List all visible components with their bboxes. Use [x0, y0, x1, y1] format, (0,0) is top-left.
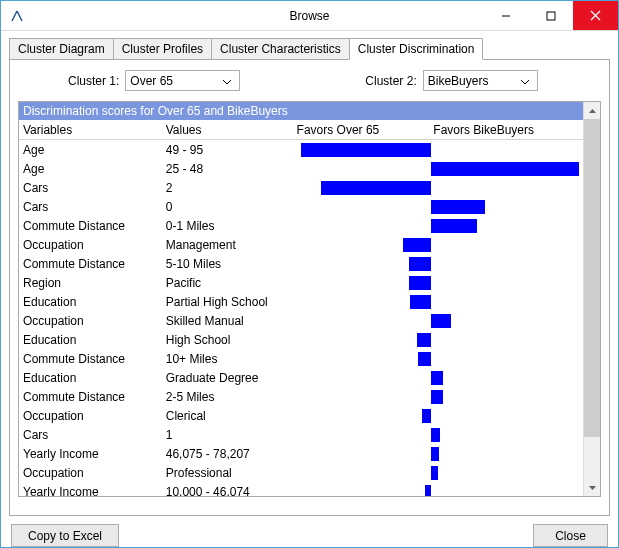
discrimination-bar	[417, 333, 431, 347]
cluster2-value: BikeBuyers	[428, 74, 489, 88]
table-row[interactable]: Age49 - 95	[19, 140, 583, 159]
cell-value: 10,000 - 46,074	[166, 485, 295, 497]
table-row[interactable]: Yearly Income46,075 - 78,207	[19, 444, 583, 463]
cell-variable: Commute Distance	[19, 390, 166, 404]
table-row[interactable]: EducationGraduate Degree	[19, 368, 583, 387]
cell-variable: Cars	[19, 428, 166, 442]
close-button[interactable]: Close	[533, 524, 608, 547]
cluster1-label: Cluster 1:	[68, 74, 119, 88]
table-row[interactable]: Yearly Income10,000 - 46,074	[19, 482, 583, 496]
cell-variable: Education	[19, 371, 166, 385]
cell-favors2	[431, 200, 583, 214]
header-favors1: Favors Over 65	[295, 123, 432, 137]
scroll-down-button[interactable]	[584, 479, 600, 496]
cell-favors2	[431, 390, 583, 404]
table-row[interactable]: RegionPacific	[19, 273, 583, 292]
discrimination-bar	[431, 200, 485, 214]
table-row[interactable]: EducationHigh School	[19, 330, 583, 349]
table-row[interactable]: Cars1	[19, 425, 583, 444]
copy-to-excel-button[interactable]: Copy to Excel	[11, 524, 119, 547]
table-row[interactable]: OccupationSkilled Manual	[19, 311, 583, 330]
table-row[interactable]: OccupationManagement	[19, 235, 583, 254]
cell-value: 0-1 Miles	[166, 219, 295, 233]
cell-variable: Cars	[19, 181, 166, 195]
tab-cluster-diagram[interactable]: Cluster Diagram	[9, 38, 114, 59]
cell-variable: Commute Distance	[19, 219, 166, 233]
cell-value: 46,075 - 78,207	[166, 447, 295, 461]
cell-value: Professional	[166, 466, 295, 480]
discrimination-bar	[431, 314, 451, 328]
cell-variable: Occupation	[19, 314, 166, 328]
table-body: Age49 - 95Age25 - 48Cars2Cars0Commute Di…	[19, 140, 583, 496]
cell-favors1	[295, 257, 432, 271]
cell-favors2	[431, 314, 583, 328]
discrimination-bar	[409, 257, 431, 271]
tab-cluster-characteristics[interactable]: Cluster Characteristics	[211, 38, 350, 59]
cell-value: 1	[166, 428, 295, 442]
header-values: Values	[166, 123, 295, 137]
scroll-up-button[interactable]	[584, 102, 600, 119]
header-variables: Variables	[19, 123, 166, 137]
cell-variable: Yearly Income	[19, 485, 166, 497]
table-row[interactable]: EducationPartial High School	[19, 292, 583, 311]
table-title: Discrimination scores for Over 65 and Bi…	[19, 102, 583, 120]
discrimination-bar	[431, 219, 477, 233]
vertical-scrollbar[interactable]	[583, 102, 600, 496]
table-row[interactable]: Commute Distance0-1 Miles	[19, 216, 583, 235]
cell-value: 25 - 48	[166, 162, 295, 176]
cluster2-label: Cluster 2:	[365, 74, 416, 88]
cell-value: 5-10 Miles	[166, 257, 295, 271]
cell-value: 2-5 Miles	[166, 390, 295, 404]
table-header: Variables Values Favors Over 65 Favors B…	[19, 120, 583, 140]
cell-favors2	[431, 428, 583, 442]
tab-cluster-profiles[interactable]: Cluster Profiles	[113, 38, 212, 59]
close-window-button[interactable]	[573, 1, 618, 30]
cell-variable: Cars	[19, 200, 166, 214]
table-row[interactable]: Cars2	[19, 178, 583, 197]
table-row[interactable]: Commute Distance2-5 Miles	[19, 387, 583, 406]
cell-variable: Occupation	[19, 409, 166, 423]
cell-favors1	[295, 238, 432, 252]
discrimination-bar	[410, 295, 431, 309]
tab-cluster-discrimination[interactable]: Cluster Discrimination	[349, 38, 484, 60]
cell-variable: Education	[19, 295, 166, 309]
cell-variable: Region	[19, 276, 166, 290]
discrimination-bar	[403, 238, 431, 252]
discrimination-bar	[425, 485, 431, 497]
discrimination-bar	[431, 390, 443, 404]
discrimination-bar	[431, 162, 579, 176]
cell-variable: Commute Distance	[19, 352, 166, 366]
table-row[interactable]: OccupationProfessional	[19, 463, 583, 482]
cell-value: 49 - 95	[166, 143, 295, 157]
cell-variable: Yearly Income	[19, 447, 166, 461]
cell-variable: Occupation	[19, 238, 166, 252]
cell-favors1	[295, 181, 432, 195]
table-row[interactable]: Commute Distance10+ Miles	[19, 349, 583, 368]
discrimination-table: Discrimination scores for Over 65 and Bi…	[18, 101, 601, 497]
cell-favors1	[295, 352, 432, 366]
chevron-down-icon	[219, 74, 235, 88]
cell-variable: Occupation	[19, 466, 166, 480]
cell-favors1	[295, 409, 432, 423]
table-row[interactable]: Cars0	[19, 197, 583, 216]
svg-line-0	[12, 11, 17, 21]
minimize-button[interactable]	[483, 1, 528, 30]
maximize-button[interactable]	[528, 1, 573, 30]
cluster1-select[interactable]: Over 65	[125, 70, 240, 91]
table-row[interactable]: OccupationClerical	[19, 406, 583, 425]
app-icon	[9, 8, 25, 24]
tab-strip: Cluster DiagramCluster ProfilesCluster C…	[9, 37, 610, 59]
discrimination-bar	[409, 276, 431, 290]
cell-value: Skilled Manual	[166, 314, 295, 328]
cluster2-select[interactable]: BikeBuyers	[423, 70, 538, 91]
cell-variable: Education	[19, 333, 166, 347]
cell-value: 10+ Miles	[166, 352, 295, 366]
scroll-thumb[interactable]	[584, 119, 600, 437]
discrimination-bar	[431, 447, 439, 461]
table-row[interactable]: Commute Distance5-10 Miles	[19, 254, 583, 273]
titlebar: Browse	[1, 1, 618, 31]
header-favors2: Favors BikeBuyers	[431, 123, 583, 137]
cell-value: Partial High School	[166, 295, 295, 309]
table-row[interactable]: Age25 - 48	[19, 159, 583, 178]
scroll-track[interactable]	[584, 119, 600, 479]
